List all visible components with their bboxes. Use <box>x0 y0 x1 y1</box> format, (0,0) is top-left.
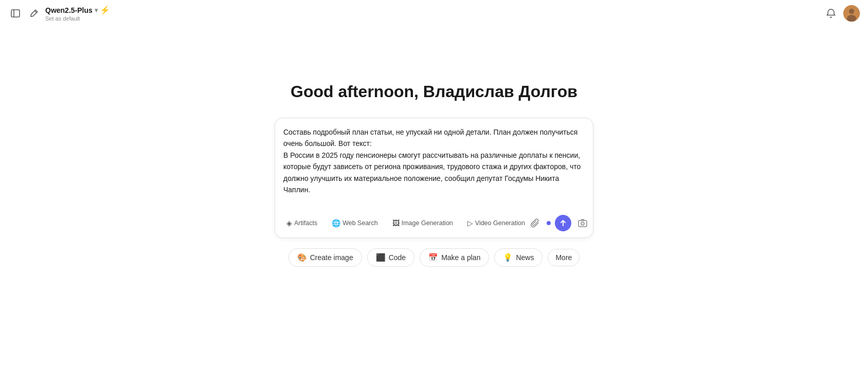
chevron-down-icon: ▾ <box>95 7 98 14</box>
make-a-plan-label: Make a plan <box>441 253 480 262</box>
model-name-label: Qwen2.5-Plus <box>45 6 93 14</box>
sidebar-icon <box>11 9 20 18</box>
topbar: Qwen2.5-Plus ▾ ⚡ Set as default <box>0 0 868 26</box>
topbar-right <box>824 5 860 22</box>
web-search-label: Web Search <box>342 219 378 227</box>
create-image-label: Create image <box>310 253 353 262</box>
send-button[interactable] <box>555 215 571 231</box>
sidebar-toggle-button[interactable] <box>8 6 23 21</box>
edit-icon <box>29 9 39 18</box>
code-pill[interactable]: ⬛ Code <box>367 248 414 267</box>
artifacts-button[interactable]: ◈ Artifacts <box>283 217 320 229</box>
more-label: More <box>555 253 572 262</box>
news-label: News <box>516 253 534 262</box>
quick-actions-bar: 🎨 Create image ⬛ Code 📅 Make a plan 💡 Ne… <box>288 248 580 267</box>
code-label: Code <box>389 253 406 262</box>
image-generation-button[interactable]: 🖼 Image Generation <box>389 217 456 229</box>
model-selector[interactable]: Qwen2.5-Plus ▾ ⚡ Set as default <box>45 5 110 22</box>
notification-dot-icon: ⚡ <box>100 5 110 15</box>
svg-rect-6 <box>578 221 587 227</box>
svg-point-7 <box>581 222 584 225</box>
news-pill[interactable]: 💡 News <box>494 248 542 267</box>
video-generation-button[interactable]: ▷ Video Generation <box>464 217 528 229</box>
svg-point-4 <box>849 9 854 14</box>
lightbulb-icon: 💡 <box>503 253 513 262</box>
chat-input-container: ◈ Artifacts 🌐 Web Search 🖼 Image Generat… <box>275 118 593 238</box>
globe-icon: 🌐 <box>332 219 340 227</box>
status-dot <box>547 221 551 225</box>
camera-icon <box>578 218 587 228</box>
attach-button[interactable] <box>528 216 542 230</box>
camera-button[interactable] <box>575 216 590 230</box>
set-default-label[interactable]: Set as default <box>45 15 110 22</box>
notification-button[interactable] <box>824 6 838 21</box>
code-icon: ⬛ <box>376 253 386 262</box>
tool-buttons: ◈ Artifacts 🌐 Web Search 🖼 Image Generat… <box>283 217 528 229</box>
model-name-row[interactable]: Qwen2.5-Plus ▾ ⚡ <box>45 5 110 15</box>
new-chat-button[interactable] <box>27 6 41 21</box>
make-a-plan-pill[interactable]: 📅 Make a plan <box>420 248 489 267</box>
calendar-icon: 📅 <box>428 253 438 262</box>
svg-rect-0 <box>11 10 20 17</box>
greeting-heading: Good afternoon, Владислав Долгов <box>291 82 577 101</box>
more-pill[interactable]: More <box>548 249 580 266</box>
create-image-pill[interactable]: 🎨 Create image <box>288 248 362 267</box>
image-generation-label: Image Generation <box>402 219 453 227</box>
web-search-button[interactable]: 🌐 Web Search <box>329 217 381 229</box>
send-icon <box>559 219 567 227</box>
bell-icon <box>826 8 836 19</box>
artifacts-icon: ◈ <box>286 219 292 227</box>
video-generation-label: Video Generation <box>475 219 525 227</box>
main-content: Good afternoon, Владислав Долгов ◈ Artif… <box>0 26 868 267</box>
topbar-left: Qwen2.5-Plus ▾ ⚡ Set as default <box>8 5 110 22</box>
avatar-image <box>843 5 860 22</box>
artifacts-label: Artifacts <box>294 219 317 227</box>
chat-textarea[interactable] <box>283 126 585 209</box>
video-gen-icon: ▷ <box>467 219 473 227</box>
input-bottom-bar: ◈ Artifacts 🌐 Web Search 🖼 Image Generat… <box>283 215 585 231</box>
palette-icon: 🎨 <box>297 253 307 262</box>
paperclip-icon <box>531 218 540 228</box>
image-gen-icon: 🖼 <box>392 219 400 227</box>
avatar[interactable] <box>843 5 860 22</box>
input-right-buttons <box>528 215 590 231</box>
